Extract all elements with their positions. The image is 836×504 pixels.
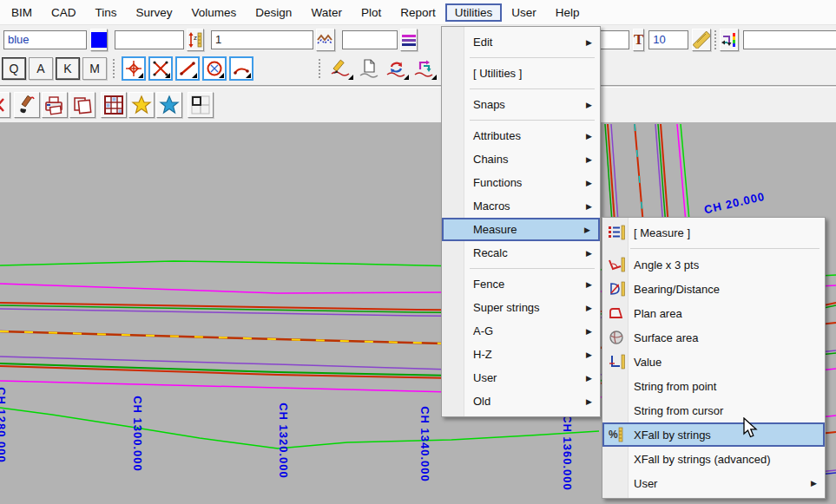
weight-input[interactable] xyxy=(211,30,313,49)
menu-volumes[interactable]: Volumes xyxy=(182,3,247,22)
bearing-distance-icon xyxy=(606,280,627,298)
properties-toolbar: z T xyxy=(0,24,836,54)
recalc-string-icon[interactable] xyxy=(383,56,411,82)
snap-mode-m-button[interactable]: M xyxy=(82,57,107,80)
text-height-input[interactable] xyxy=(648,30,688,49)
menu-item-attributes[interactable]: Attributes ▶ xyxy=(442,124,600,147)
menu-item-utilities-toolbar[interactable]: [ Utilities ] xyxy=(442,62,600,85)
menu-item-measure[interactable]: Measure ▶ xyxy=(442,218,600,241)
paintbrush-icon[interactable] xyxy=(14,92,40,118)
submenu-arrow-icon: ▶ xyxy=(586,249,592,258)
chainage-label: CH 1300.000 xyxy=(131,396,144,472)
arc-snap-icon[interactable] xyxy=(229,56,253,81)
toolbar-grip xyxy=(714,30,716,49)
submenu-arrow-icon: ▶ xyxy=(586,304,592,312)
colour-arrows-icon[interactable] xyxy=(720,29,739,51)
snap-mode-q-button[interactable]: Q xyxy=(2,57,26,80)
printer-icon[interactable] xyxy=(42,92,68,118)
pencil-string-icon[interactable] xyxy=(327,56,355,82)
submenu-arrow-icon: ▶ xyxy=(811,479,817,488)
submenu-item-xfall-by-strings-advanced[interactable]: XFall by strings (advanced) xyxy=(602,447,825,471)
chainage-label: CH 1340.000 xyxy=(418,406,431,482)
svg-text:z: z xyxy=(194,34,197,42)
menu-tins[interactable]: Tins xyxy=(86,3,127,22)
submenu-arrow-icon: ▶ xyxy=(586,350,592,359)
menu-item-snaps[interactable]: Snaps ▶ xyxy=(442,93,600,116)
submenu-item-string-from-point[interactable]: String from point xyxy=(602,374,825,398)
submenu-item-xfall-by-strings[interactable]: % XFall by strings xyxy=(602,422,825,447)
submenu-arrow-icon: ▶ xyxy=(586,397,592,406)
submenu-item-angle-x-3-pts[interactable]: Angle x 3 pts xyxy=(602,252,825,277)
menu-item-h-z[interactable]: H-Z ▶ xyxy=(442,343,600,366)
snap-mode-a-button[interactable]: A xyxy=(29,57,53,80)
menu-item-fence[interactable]: Fence ▶ xyxy=(442,272,600,296)
menu-separator xyxy=(470,88,595,89)
measure-list-icon xyxy=(606,224,627,241)
menu-item-old[interactable]: Old ▶ xyxy=(442,389,600,413)
text-style-icon[interactable]: T xyxy=(633,29,644,51)
extra-input[interactable] xyxy=(743,30,836,49)
menu-water[interactable]: Water xyxy=(301,3,352,22)
window-panes-icon[interactable] xyxy=(188,92,214,118)
submenu-item-surface-area[interactable]: Surface area xyxy=(602,325,825,350)
submenu-item-user[interactable]: User ▶ xyxy=(602,471,825,495)
colour-name-input[interactable] xyxy=(3,30,87,49)
menu-item-macros[interactable]: Macros ▶ xyxy=(442,194,600,218)
page-icon[interactable] xyxy=(355,56,383,82)
submenu-arrow-icon: ▶ xyxy=(586,38,592,47)
copy-icon[interactable] xyxy=(69,92,95,118)
submenu-item-measure-toolbar[interactable]: [ Measure ] xyxy=(602,220,825,245)
translate-string-icon[interactable] xyxy=(411,56,438,82)
point-snap-icon[interactable] xyxy=(122,56,146,81)
menu-survey[interactable]: Survey xyxy=(127,3,182,22)
submenu-arrow-icon: ▶ xyxy=(586,101,592,109)
submenu-item-plan-area[interactable]: Plan area xyxy=(602,301,825,325)
submenu-item-value[interactable]: Value xyxy=(602,350,825,374)
name-input[interactable] xyxy=(115,30,184,49)
submenu-item-bearing-distance[interactable]: Bearing/Distance xyxy=(602,277,825,301)
linestyle-lines-icon[interactable] xyxy=(400,29,418,51)
blue-star-icon[interactable] xyxy=(156,92,182,118)
svg-text:%: % xyxy=(609,429,618,441)
submenu-arrow-icon: ▶ xyxy=(586,327,592,336)
snap-toolbar: Q A K M xyxy=(0,54,836,88)
sheet-grid-icon[interactable] xyxy=(101,92,127,118)
submenu-item-string-from-cursor[interactable]: String from cursor xyxy=(602,398,825,422)
quick-toolbar xyxy=(0,88,836,122)
menu-item-user[interactable]: User ▶ xyxy=(442,366,600,389)
menu-user[interactable]: User xyxy=(502,3,546,22)
measure-submenu: [ Measure ] Angle x 3 pts xyxy=(602,217,826,499)
yellow-star-icon[interactable] xyxy=(128,92,155,118)
menu-bar: BIM CAD Tins Survey Volumes Design Water… xyxy=(0,0,836,24)
menu-separator xyxy=(470,57,595,58)
menu-item-edit[interactable]: Edit ▶ xyxy=(442,30,600,54)
menu-cad[interactable]: CAD xyxy=(42,3,86,22)
circle-snap-icon[interactable] xyxy=(202,56,227,81)
menu-help[interactable]: Help xyxy=(546,3,589,22)
colour-swatch-button[interactable] xyxy=(90,29,108,51)
submenu-arrow-icon: ▶ xyxy=(584,226,590,234)
xfall-icon: % xyxy=(606,426,627,443)
z-ruler-icon[interactable]: z xyxy=(187,29,204,51)
menu-utilities[interactable]: Utilities xyxy=(445,3,503,22)
menu-item-recalc[interactable]: Recalc ▶ xyxy=(442,241,600,265)
style-input[interactable] xyxy=(342,30,398,49)
menu-design[interactable]: Design xyxy=(246,3,301,22)
menu-item-functions[interactable]: Functions ▶ xyxy=(442,171,600,194)
menu-item-super-strings[interactable]: Super strings ▶ xyxy=(442,296,600,319)
submenu-arrow-icon: ▶ xyxy=(586,374,592,383)
ruler-icon[interactable] xyxy=(692,29,711,51)
line-snap-icon[interactable] xyxy=(175,56,200,81)
menu-item-a-g[interactable]: A-G ▶ xyxy=(442,319,600,343)
menu-item-chains[interactable]: Chains ▶ xyxy=(442,147,600,171)
menu-report[interactable]: Report xyxy=(391,3,445,22)
cross-snap-icon[interactable] xyxy=(148,56,173,81)
menu-plot[interactable]: Plot xyxy=(352,3,391,22)
toolbar-grip xyxy=(113,59,118,78)
menu-bim[interactable]: BIM xyxy=(2,3,42,22)
profile-zigzag-icon[interactable] xyxy=(316,29,335,51)
value-icon xyxy=(606,353,627,370)
submenu-arrow-icon: ▶ xyxy=(586,132,592,141)
cut-icon[interactable] xyxy=(0,92,10,118)
snap-mode-k-button[interactable]: K xyxy=(56,57,80,80)
